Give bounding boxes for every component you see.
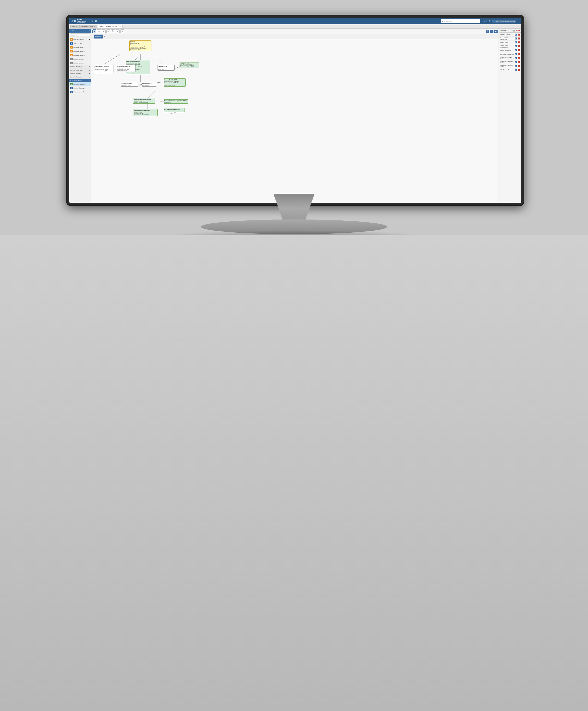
rp-100vision-business[interactable]: 100Vision - Business Service ▶ ✕ <box>499 56 521 60</box>
rp-sla-business[interactable]: SLA - Business Service ▶ ✕ <box>499 52 521 56</box>
tab-services-design[interactable]: Services in Design ✕ <box>80 25 97 28</box>
grid-icon[interactable]: ⊞ <box>486 20 488 22</box>
rp-btn-del-5[interactable]: ✕ <box>518 53 520 55</box>
edit-icon[interactable]: ✎ <box>91 20 93 22</box>
rp-btn-del-7[interactable]: ✕ <box>518 61 520 63</box>
rp-btn-del-8[interactable]: ✕ <box>518 65 520 67</box>
rp-label-2: Service Asset <box>500 42 508 43</box>
price1-icon: $ <box>70 46 73 48</box>
tool-search[interactable]: 🔍 <box>111 29 115 33</box>
add-view-btn[interactable]: + <box>104 36 105 38</box>
sidebar-group-meta2[interactable]: Service Metamo... ▶ <box>69 75 91 79</box>
flag-icon[interactable]: ⚑ <box>489 20 491 22</box>
rp-btn-view-4[interactable]: ▶ <box>515 49 517 51</box>
rp-100vision-customer[interactable]: 100Vision - Customer Service ▶ ✕ <box>499 60 521 64</box>
rp-btn-view-8[interactable]: ▶ <box>515 65 517 67</box>
tab-designer[interactable]: Service Designer: SAP HR ... ✕ <box>98 25 122 28</box>
tab-services-design-close[interactable]: ✕ <box>94 25 95 27</box>
node-aafid-cloud[interactable]: AAFID Cloud Service Response time 4h:8:0… <box>180 63 199 68</box>
services-des-icon: ◈ <box>70 83 73 85</box>
collapse-left-btn[interactable]: ✎ <box>486 30 489 33</box>
tab-designer-close[interactable]: ✕ <box>119 25 121 27</box>
rp-service-asset[interactable]: Service Asset ▶ ✕ <box>499 40 521 44</box>
node-sap-basis[interactable]: SAP Basis Station Availability SPA:99 <box>121 82 138 87</box>
collapse-right-btn[interactable]: ▶ <box>494 30 498 33</box>
rp-btn-del-4[interactable]: ✕ <box>518 49 520 51</box>
rp-btn-del-6[interactable]: ✕ <box>518 57 520 59</box>
node-managed-valuation[interactable]: Managed Valuation Application (ITSM) Ava… <box>164 99 188 104</box>
rp-btn-view-3[interactable]: ▶ <box>515 45 517 47</box>
rp-uc-external[interactable]: UC - External Service ▶ ✕ <box>499 68 521 72</box>
sidebar-item-services-des[interactable]: ◈ Services in Des... <box>69 82 91 86</box>
rp-business-process[interactable]: Business Process ▶ ✕ <box>499 33 521 37</box>
rp-btn-del-0[interactable]: ✕ <box>518 34 520 36</box>
chart-icon[interactable]: ▦ <box>95 20 97 22</box>
overview-tab[interactable]: Overview <box>94 35 103 39</box>
tool-settings[interactable]: ⚙ <box>120 29 124 33</box>
home-icon[interactable]: ⌂ <box>89 20 90 22</box>
sidebar-item-request[interactable]: ◈ Request Service ▶ <box>69 38 91 41</box>
rp-ola-component[interactable]: OLA - Service Component ▶ ✕ <box>499 37 521 40</box>
rp-btn-del-1[interactable]: ✕ <box>518 38 520 40</box>
tool-rect[interactable]: □ <box>97 29 101 33</box>
rp-service-asset-infra[interactable]: Service Asset - Infrastructure ▶ ✕ <box>499 44 521 48</box>
node-managed-database[interactable]: Managed Database Instance Availability S… <box>133 109 158 116</box>
node-cloud-gateway[interactable]: Cloud gateway software license Change co… <box>94 65 113 73</box>
sidebar-group-reporting[interactable]: Service Reporting... ▶ <box>69 68 91 72</box>
node-infrastructure[interactable]: Infrastructure Services Change cost per … <box>116 65 135 72</box>
group-expand-icon-4: ▶ <box>89 76 90 78</box>
sidebar-group-meta1[interactable]: Service Metamo... ▶ <box>69 72 91 75</box>
sidebar-group-usu[interactable]: USU Service Man... ▾ <box>69 79 91 82</box>
search-dropdown[interactable]: ▾ <box>442 20 443 22</box>
bell-icon[interactable]: □ <box>483 20 484 22</box>
services-info-icon[interactable]: ⓘ <box>513 30 515 31</box>
rp-btn-view-9[interactable]: ▶ <box>515 69 517 71</box>
node-managed-server[interactable]: Managed Server Windows Availability SPA:… <box>164 108 184 112</box>
node-operative[interactable]: Operative SAP HR Dienstleistung: <box>142 82 156 87</box>
user-area[interactable]: 👤 JAM Service Management ▾ <box>492 20 516 23</box>
sidebar-item-catalog[interactable]: ☰ Service Catalog... <box>69 86 91 90</box>
canvas-area[interactable]: SAP HR Availability SPA:99 Description: … <box>91 39 499 203</box>
sidebar-label-request: Request Service <box>73 39 84 40</box>
sidebar-item-tasks[interactable]: ✔ Tasks for Me <box>69 41 91 45</box>
tool-grid[interactable]: ⊞ <box>102 29 106 33</box>
sidebar-title: Tiles <box>71 30 74 31</box>
tab-tiles-close[interactable]: ✕ <box>76 25 77 27</box>
node-sap-hr-station[interactable]: SAP HR Station Service Description: Betr… <box>158 65 175 71</box>
svg-line-3 <box>153 54 162 64</box>
node-sap-hr[interactable]: SAP HR Availability SPA:99 Description: … <box>129 40 152 51</box>
rp-btn-view-5[interactable]: ▶ <box>515 53 517 55</box>
sidebar-search[interactable]: Search... <box>70 33 90 37</box>
rp-btn-del-2[interactable]: ✕ <box>518 41 520 43</box>
request-icon: ◈ <box>70 38 73 41</box>
sidebar-item-agree1[interactable]: ≡ Service Agree... <box>69 57 91 61</box>
rp-btn-view-2[interactable]: ▶ <box>515 41 517 43</box>
group-expand-icon: ▶ <box>89 66 90 67</box>
tool-zoom[interactable]: ⊕ <box>116 29 119 33</box>
rp-btn-view-7[interactable]: ▶ <box>515 61 517 63</box>
services-add-btn[interactable]: NEW <box>516 30 520 31</box>
logout-icon[interactable]: ↪ <box>518 20 520 22</box>
rp-btn-view-6[interactable]: ▶ <box>515 57 517 59</box>
rp-btn-del-3[interactable]: ✕ <box>518 45 520 47</box>
collapse-center-btn[interactable]: − <box>490 30 493 33</box>
tool-layer[interactable]: ◫ <box>106 29 110 33</box>
sidebar-item-agree2[interactable]: ≡ Service Agree... <box>69 61 91 65</box>
global-search[interactable]: ▾ Search in All <box>441 19 480 23</box>
rp-service-monitoring[interactable]: Service Monitoring ▶ ✕ <box>499 48 521 52</box>
sidebar-item-price1[interactable]: $ Price Definition... <box>69 45 91 49</box>
node-managed-app[interactable]: Managed Application Service Availability… <box>133 98 155 104</box>
rp-100vision-technical[interactable]: 100Vision - Technical Service ▶ ✕ <box>499 64 521 68</box>
sidebar-group-model[interactable]: Service Model (6) ▶ <box>69 65 91 68</box>
sidebar-item-open[interactable]: ◉ Open Service S... <box>69 90 91 94</box>
node-service-desk[interactable]: Service Desk für SAP Response time 12h:1… <box>164 79 186 87</box>
desktop-area <box>0 235 588 711</box>
sidebar-item-price3[interactable]: $ Price Definition... <box>69 53 91 57</box>
tab-tiles[interactable]: Tiles ✕ <box>70 25 79 28</box>
sidebar-close[interactable]: ✕ <box>88 30 90 31</box>
rp-btn-view-0[interactable]: ▶ <box>515 34 517 36</box>
rp-btn-del-9[interactable]: ✕ <box>518 69 520 71</box>
rp-btn-view-1[interactable]: ▶ <box>515 38 517 40</box>
sidebar-item-price2[interactable]: $ Price Definition... <box>69 49 91 53</box>
tool-pointer[interactable]: ↖ <box>92 29 96 33</box>
